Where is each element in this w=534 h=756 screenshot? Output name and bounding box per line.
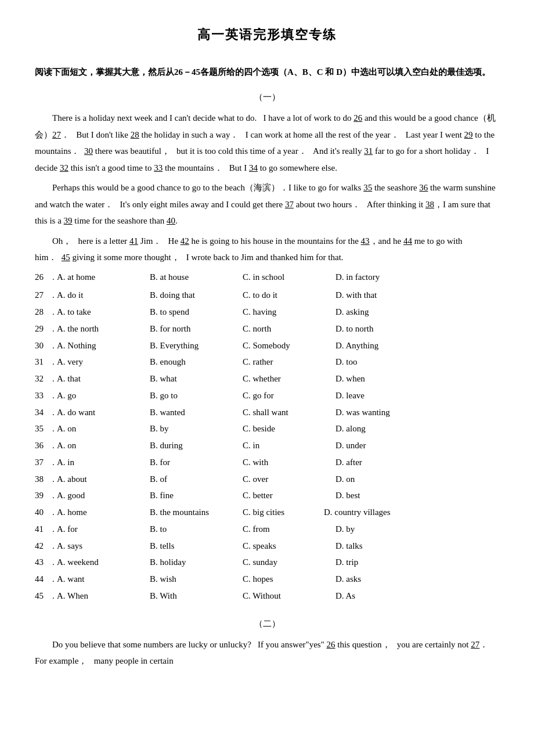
page-title: 高一英语完形填空专练 bbox=[35, 23, 499, 46]
option-row-38: 38 . A. about B. of C. over D. on bbox=[35, 471, 499, 488]
option-row-45: 45 . A. When B. With C. Without D. As bbox=[35, 588, 499, 604]
option-row-32: 32 . A. that B. what C. whether D. when bbox=[35, 371, 499, 387]
option-row-39: 39 . A. good B. fine C. better D. best bbox=[35, 488, 499, 504]
option-row-35: 35 . A. on B. by C. beside D. along bbox=[35, 421, 499, 437]
option-row-34: 34 . A. do want B. wanted C. shall want … bbox=[35, 405, 499, 421]
option-row-28: 28 . A. to take B. to spend C. having D.… bbox=[35, 304, 499, 321]
option-row-42: 42 . A. says B. tells C. speaks D. talks bbox=[35, 538, 499, 555]
option-row-40: 40 . A. home B. the mountains C. big cit… bbox=[35, 505, 499, 521]
option-row-36: 36 . A. on B. during C. in D. under bbox=[35, 438, 499, 454]
instruction: 阅读下面短文，掌握其大意，然后从26－45各题所给的四个选项（A、B、C 和 D… bbox=[35, 64, 499, 81]
option-row-26: 26 . A. at home B. at house C. in school… bbox=[35, 269, 499, 286]
option-row-41: 41 . A. for B. to C. from D. by bbox=[35, 521, 499, 538]
option-row-27: 27 . A. do it B. doing that C. to do it … bbox=[35, 287, 499, 304]
options-section: 26 . A. at home B. at house C. in school… bbox=[35, 269, 499, 604]
option-row-37: 37 . A. in B. for C. with D. after bbox=[35, 455, 499, 471]
option-row-33: 33 . A. go B. go to C. go for D. leave bbox=[35, 388, 499, 404]
passage2-para1: Do you believe that some numbers are luc… bbox=[35, 636, 499, 669]
option-row-30: 30 . A. Nothing B. Everything C. Somebod… bbox=[35, 338, 499, 354]
section1-label: （一） bbox=[35, 89, 499, 105]
passage-para3: Oh， here is a letter 41 Jim． He 42 he is… bbox=[35, 233, 499, 266]
passage-para2: Perhaps this would be a good chance to g… bbox=[35, 179, 499, 229]
option-row-31: 31 . A. very B. enough C. rather D. too bbox=[35, 354, 499, 370]
option-row-29: 29 . A. the north B. for north C. north … bbox=[35, 321, 499, 337]
passage-para1: There is a holiday next week and I can't… bbox=[35, 110, 499, 176]
option-row-44: 44 . A. want B. wish C. hopes D. asks bbox=[35, 571, 499, 588]
option-row-43: 43 . A. weekend B. holiday C. sunday D. … bbox=[35, 555, 499, 571]
section2-label: （二） bbox=[35, 616, 499, 632]
